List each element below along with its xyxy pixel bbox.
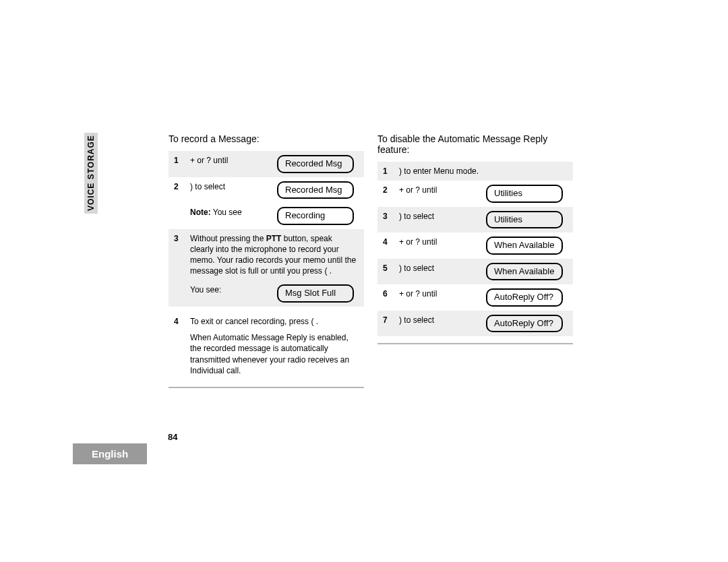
step-number: 5 <box>377 259 396 285</box>
display-chip: Recording <box>277 207 354 225</box>
step-chip-cell: AutoReply Off? <box>483 284 573 311</box>
step-text: + or ? until <box>396 284 483 311</box>
step-text: + or ? until <box>187 151 274 177</box>
step-number: 2 <box>169 177 187 204</box>
step-chip-cell: Msg Slot Full <box>274 280 364 307</box>
step-number: 7 <box>377 311 396 337</box>
display-chip: AutoReply Off? <box>486 315 563 333</box>
step-text: + or ? until <box>396 232 483 259</box>
language-tab: English <box>73 443 147 464</box>
section-divider <box>169 387 364 388</box>
step-text: To exit or cancel recording, press ( . W… <box>187 307 364 380</box>
table-row: 1 ) to enter Menu mode. <box>377 162 573 181</box>
table-row: 6 + or ? until AutoReply Off? <box>377 284 573 311</box>
display-chip: When Available <box>486 237 563 255</box>
display-chip: Utilities <box>486 185 563 203</box>
step-number: 3 <box>377 207 396 233</box>
section-divider <box>377 343 573 344</box>
step-note: You see: <box>187 280 274 307</box>
step-chip-cell: Recorded Msg <box>274 151 364 177</box>
step-number: 3 <box>169 229 187 281</box>
display-chip: Utilities <box>486 211 563 229</box>
step-text: ) to select <box>396 259 483 285</box>
table-row: Note: You see Recording <box>169 203 364 229</box>
step-chip-cell: Recorded Msg <box>274 177 364 204</box>
right-heading: To disable the Automatic Message Reply f… <box>377 133 573 155</box>
page-number: 84 <box>168 432 177 442</box>
display-chip: AutoReply Off? <box>486 288 563 307</box>
table-row: 2 + or ? until Utilities <box>377 181 573 207</box>
left-procedure-table: 1 + or ? until Recorded Msg 2 ) to selec… <box>169 151 364 380</box>
right-column: To disable the Automatic Message Reply f… <box>377 133 573 349</box>
step-number: 4 <box>169 307 187 380</box>
step-text: + or ? until <box>396 181 483 207</box>
section-tab: VOICE STORAGE <box>84 133 98 214</box>
step-chip-cell: AutoReply Off? <box>483 311 573 337</box>
step-text: ) to select <box>187 177 274 204</box>
step-chip-cell: When Available <box>483 259 573 285</box>
step-number: 6 <box>377 284 396 311</box>
step-number: 4 <box>377 232 396 259</box>
table-row: 4 + or ? until When Available <box>377 232 573 259</box>
step-number: 2 <box>377 181 396 207</box>
table-row: You see: Msg Slot Full <box>169 280 364 307</box>
table-row: 1 + or ? until Recorded Msg <box>169 151 364 177</box>
step-chip-cell: When Available <box>483 232 573 259</box>
table-row: 4 To exit or cancel recording, press ( .… <box>169 307 364 380</box>
step-chip-cell: Recording <box>274 203 364 229</box>
display-chip: Recorded Msg <box>277 155 354 173</box>
left-column: To record a Message: 1 + or ? until Reco… <box>169 133 364 392</box>
table-row: 7 ) to select AutoReply Off? <box>377 311 573 337</box>
step-text: Without pressing the PTT button, speak c… <box>187 229 364 281</box>
table-row: 3 ) to select Utilities <box>377 207 573 233</box>
step-number: 1 <box>169 151 187 177</box>
step-chip-cell: Utilities <box>483 207 573 233</box>
table-row: 2 ) to select Recorded Msg <box>169 177 364 204</box>
table-row: 5 ) to select When Available <box>377 259 573 285</box>
display-chip: When Available <box>486 263 563 281</box>
step-number: 1 <box>377 162 396 181</box>
step-chip-cell: Utilities <box>483 181 573 207</box>
step-text: ) to select <box>396 207 483 233</box>
step-text: ) to enter Menu mode. <box>396 162 483 181</box>
display-chip: Recorded Msg <box>277 181 354 199</box>
step-text: ) to select <box>396 311 483 337</box>
step-note: Note: You see <box>187 203 274 229</box>
left-heading: To record a Message: <box>169 133 364 144</box>
page: VOICE STORAGE English 84 To record a Mes… <box>0 0 728 562</box>
right-procedure-table: 1 ) to enter Menu mode. 2 + or ? until U… <box>377 162 573 336</box>
table-row: 3 Without pressing the PTT button, speak… <box>169 229 364 281</box>
display-chip: Msg Slot Full <box>277 284 354 303</box>
